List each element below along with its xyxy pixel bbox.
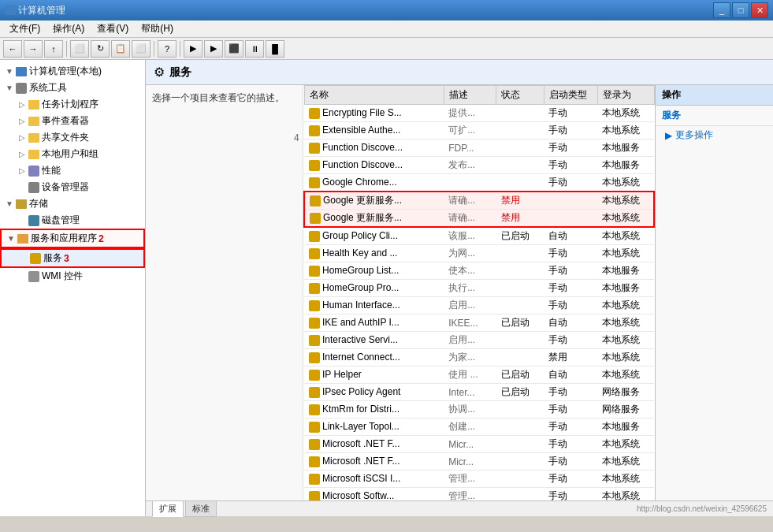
minimize-button[interactable]: _ [713, 2, 730, 18]
table-row[interactable]: IPsec Policy AgentInter...已启动手动网络服务 [304, 384, 654, 401]
table-row[interactable]: Microsoft .NET F...Micr...手动本地系统 [304, 436, 654, 453]
tree-services[interactable]: 服务 3 [0, 248, 145, 268]
cell-startup: 自动 [544, 314, 597, 332]
menu-view[interactable]: 查看(V) [91, 20, 135, 37]
row-gear-icon [309, 352, 320, 363]
table-row[interactable]: Encrypting File S...提供...手动本地系统 [304, 105, 654, 122]
row-gear-icon [309, 404, 320, 415]
tree-storage[interactable]: ▼ 存储 [0, 195, 145, 212]
refresh-button[interactable]: ↻ [91, 40, 110, 58]
col-name[interactable]: 名称 [304, 86, 444, 105]
cell-name: Group Policy Cli... [304, 227, 444, 245]
menu-file[interactable]: 文件(F) [3, 20, 46, 37]
actions-services-label[interactable]: 服务 [656, 106, 773, 126]
cell-desc: 启用... [444, 332, 496, 349]
close-button[interactable]: ✕ [751, 2, 768, 18]
cell-desc: 创建... [444, 419, 496, 436]
table-row[interactable]: Microsoft iSCSI I...管理...手动本地系统 [304, 471, 654, 488]
play-button[interactable]: ▶ [184, 40, 203, 58]
show-hide-button[interactable]: ⬜ [70, 40, 89, 58]
shared-icon [28, 133, 39, 143]
col-startup[interactable]: 启动类型 [544, 86, 597, 105]
play2-button[interactable]: ▶ [204, 40, 223, 58]
up-button[interactable]: ↑ [44, 40, 63, 58]
wmi-icon [28, 271, 39, 282]
cell-startup: 手动 [544, 436, 597, 453]
cell-startup: 手动 [544, 280, 597, 297]
tree-services-apps[interactable]: ▼ 服务和应用程序 2 [0, 229, 145, 248]
tree-performance[interactable]: ▷ 性能 [0, 162, 145, 179]
disk-label: 磁盘管理 [42, 214, 80, 227]
menu-help[interactable]: 帮助(H) [135, 20, 180, 37]
actions-more[interactable]: ▶ 更多操作 [656, 126, 773, 144]
storage-icon [16, 199, 27, 209]
tree-device-manager[interactable]: 设备管理器 [0, 179, 145, 195]
table-row[interactable]: Function Discove...FDP...手动本地服务 [304, 140, 654, 157]
tree-local-users[interactable]: ▷ 本地用户和组 [0, 146, 145, 162]
table-row[interactable]: Human Interface...启用...手动本地系统 [304, 297, 654, 314]
task-icon [28, 100, 39, 110]
table-row[interactable]: Interactive Servi...启用...手动本地系统 [304, 332, 654, 349]
cell-name: Microsoft .NET F... [304, 453, 444, 471]
table-row[interactable]: Function Discove...发布...手动本地服务 [304, 157, 654, 174]
stop-button[interactable]: ⬛ [225, 40, 243, 58]
cell-logon: 本地系统 [597, 366, 654, 384]
cell-status [496, 280, 544, 297]
table-row[interactable]: Group Policy Cli...该服...已启动自动本地系统 [304, 227, 654, 245]
cell-desc: IKEE... [444, 314, 496, 332]
content-header: ⚙ 服务 [146, 60, 773, 85]
cell-status: 已启动 [496, 314, 544, 332]
table-row[interactable]: Google 更新服务...请确...禁用本地系统 [304, 210, 654, 228]
title-bar: 计算机管理 _ □ ✕ [0, 0, 773, 20]
cell-startup: 手动 [544, 471, 597, 488]
table-row[interactable]: HomeGroup Pro...执行...手动本地服务 [304, 280, 654, 297]
back-button[interactable]: ← [3, 40, 22, 58]
table-row[interactable]: IKE and AuthIP I...IKEE...已启动自动本地系统 [304, 314, 654, 332]
pause-button[interactable]: ⏸ [245, 40, 264, 58]
cell-status [496, 140, 544, 157]
table-row[interactable]: IP Helper使用 ...已启动自动本地系统 [304, 366, 654, 384]
tree-system-tools[interactable]: ▼ 系统工具 [0, 80, 145, 96]
table-row[interactable]: Microsoft Softw...管理...手动本地系统 [304, 488, 654, 501]
table-row[interactable]: HomeGroup List...使本...手动本地服务 [304, 262, 654, 280]
help-button[interactable]: ? [158, 40, 177, 58]
forward-button[interactable]: → [24, 40, 43, 58]
tree-disk-management[interactable]: 磁盘管理 [0, 212, 145, 229]
col-logon[interactable]: 登录为 [597, 86, 654, 105]
watermark: http://blog.csdn.net/weixin_42596625 [637, 504, 767, 513]
cell-startup: 手动 [544, 140, 597, 157]
tab-standard[interactable]: 标准 [185, 500, 217, 517]
cell-name: Extensible Authe... [304, 122, 444, 140]
cell-logon: 本地系统 [597, 297, 654, 314]
table-row[interactable]: Microsoft .NET F...Micr...手动本地系统 [304, 453, 654, 471]
desc-panel: 选择一个项目来查看它的描述。 [146, 85, 303, 500]
cell-desc: 协调... [444, 401, 496, 419]
col-desc[interactable]: 描述 [444, 86, 496, 105]
table-row[interactable]: Internet Connect...为家...禁用本地系统 [304, 349, 654, 366]
tree-shared-folders[interactable]: ▷ 共享文件夹 [0, 129, 145, 146]
row-gear-icon [309, 335, 320, 346]
col-status[interactable]: 状态 [496, 86, 544, 105]
table-row[interactable]: Link-Layer Topol...创建...手动本地服务 [304, 419, 654, 436]
device-label: 设备管理器 [42, 180, 89, 194]
tree-task-scheduler[interactable]: ▷ 任务计划程序 [0, 96, 145, 113]
tab-extended[interactable]: 扩展 [152, 500, 184, 517]
table-row[interactable]: Google Chrome...手动本地系统 [304, 174, 654, 192]
tree-wmi[interactable]: WMI 控件 [0, 268, 145, 285]
tree-event-viewer[interactable]: ▷ 事件查看器 [0, 113, 145, 129]
table-row[interactable]: Health Key and ...为网...手动本地系统 [304, 245, 654, 262]
maximize-button[interactable]: □ [732, 2, 749, 18]
menu-action[interactable]: 操作(A) [46, 20, 91, 37]
table-row[interactable]: KtmRm for Distri...协调...手动网络服务 [304, 401, 654, 419]
export-button[interactable]: 📋 [111, 40, 130, 58]
shared-label: 共享文件夹 [42, 131, 89, 144]
table-row[interactable]: Extensible Authe...可扩...手动本地系统 [304, 122, 654, 140]
restart-button[interactable]: ▐▌ [266, 40, 284, 58]
task-expand: ▷ [16, 99, 28, 111]
separator-1 [66, 41, 67, 57]
table-area[interactable]: 4 名称 描述 状态 启动类型 登录为 Encrypting File S...… [303, 85, 655, 500]
tree-root[interactable]: ▼ 计算机管理(本地) [0, 63, 145, 80]
table-row[interactable]: Google 更新服务...请确...禁用本地系统 [304, 192, 654, 210]
cell-logon: 本地系统 [597, 105, 654, 122]
properties-button[interactable]: ⬜ [132, 40, 151, 58]
